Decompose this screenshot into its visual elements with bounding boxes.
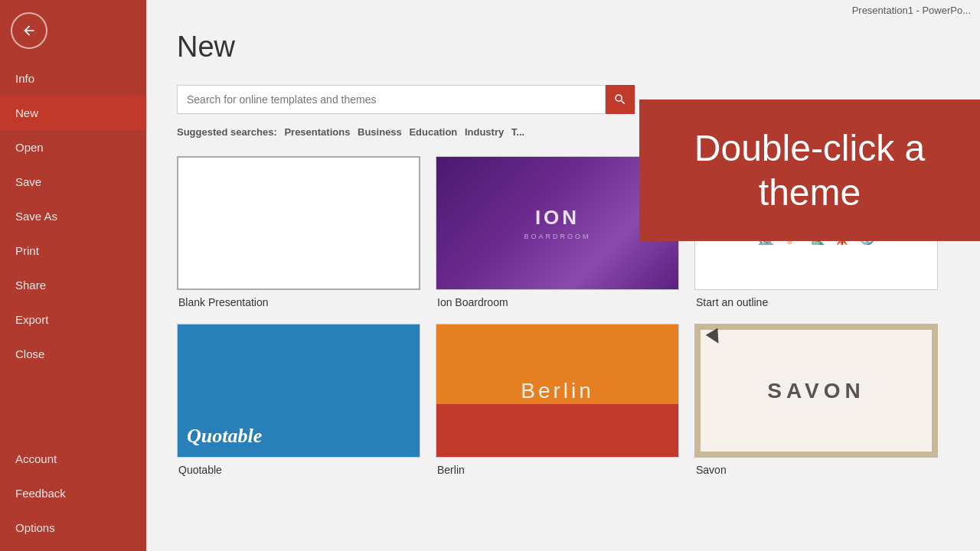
sidebar-item-export[interactable]: Export: [0, 302, 146, 337]
template-savon-thumb: SAVON: [694, 324, 938, 458]
tooltip-overlay: Double-click a theme: [639, 99, 980, 241]
template-quickstarter-label: Start an outline: [694, 296, 938, 308]
suggested-link-more[interactable]: T...: [511, 126, 524, 138]
main-content: New Suggested searches: Presentations Bu…: [146, 0, 980, 551]
sidebar-item-feedback[interactable]: Feedback: [0, 476, 146, 510]
template-quotable[interactable]: Quotable Quotable: [177, 324, 420, 476]
titlebar-text: Presentation1 - PowerPo...: [852, 5, 971, 16]
search-button[interactable]: [606, 85, 635, 114]
suggested-link-presentations[interactable]: Presentations: [284, 126, 350, 138]
template-blank-thumb: [177, 156, 420, 290]
template-berlin-label: Berlin: [436, 464, 679, 476]
sidebar-item-close[interactable]: Close: [0, 337, 146, 371]
tooltip-text: Double-click a theme: [639, 111, 980, 230]
berlin-title: Berlin: [521, 379, 594, 403]
template-savon[interactable]: SAVON Savon: [694, 324, 938, 476]
suggested-link-education[interactable]: Education: [409, 126, 457, 138]
back-button[interactable]: [11, 12, 47, 49]
suggested-link-business[interactable]: Business: [358, 126, 402, 138]
template-quotable-thumb: Quotable: [177, 324, 420, 458]
templates-row-2: Quotable Quotable Berlin Berlin SAVON Sa…: [177, 324, 949, 476]
template-ion-label: Ion Boardroom: [436, 296, 679, 308]
ion-text-block: ION BOARDROOM: [524, 206, 590, 240]
template-blank[interactable]: Blank Presentation: [177, 156, 420, 308]
sidebar-item-new[interactable]: New: [0, 96, 146, 130]
template-quotable-label: Quotable: [177, 464, 420, 476]
template-berlin-thumb: Berlin: [436, 324, 679, 458]
template-savon-label: Savon: [694, 464, 938, 476]
ion-title: ION: [524, 206, 590, 230]
page-title: New: [177, 31, 949, 64]
suggested-label: Suggested searches:: [177, 126, 277, 138]
search-input[interactable]: [177, 85, 606, 114]
savon-title: SAVON: [767, 379, 865, 403]
sidebar-item-account[interactable]: Account: [0, 442, 146, 476]
sidebar-nav: Info New Open Save Save As Print Share E…: [0, 61, 146, 442]
template-berlin[interactable]: Berlin Berlin: [436, 324, 679, 476]
sidebar: Info New Open Save Save As Print Share E…: [0, 0, 146, 551]
template-blank-label: Blank Presentation: [177, 296, 420, 308]
sidebar-item-info[interactable]: Info: [0, 61, 146, 96]
suggested-link-industry[interactable]: Industry: [465, 126, 504, 138]
sidebar-item-save-as[interactable]: Save As: [0, 199, 146, 233]
titlebar: Presentation1 - PowerPo...: [843, 0, 980, 21]
sidebar-item-open[interactable]: Open: [0, 130, 146, 165]
quotable-title: Quotable: [187, 425, 262, 448]
sidebar-item-print[interactable]: Print: [0, 233, 146, 268]
sidebar-item-options[interactable]: Options: [0, 510, 146, 545]
ion-subtitle: BOARDROOM: [524, 233, 590, 240]
sidebar-item-share[interactable]: Share: [0, 268, 146, 302]
sidebar-item-save[interactable]: Save: [0, 165, 146, 199]
sidebar-bottom: Account Feedback Options: [0, 442, 146, 551]
